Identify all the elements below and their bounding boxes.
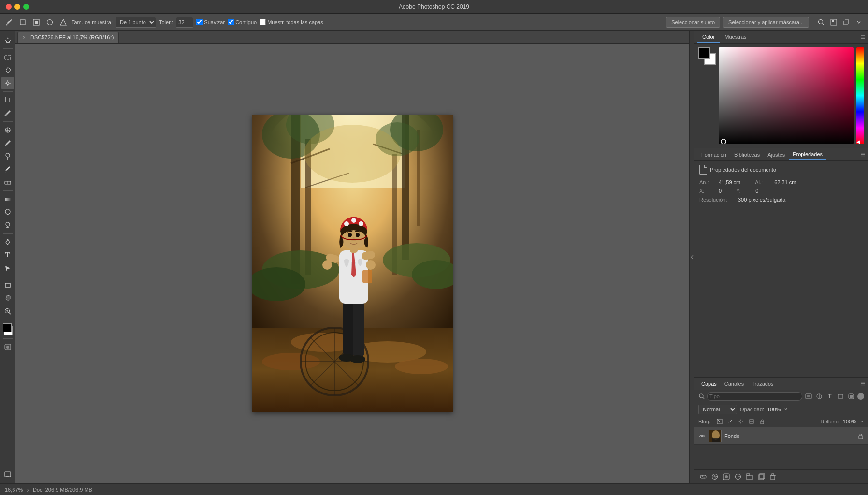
contiguous-checkbox[interactable]: Contiguo: [228, 19, 257, 25]
dodge-tool[interactable]: [1, 219, 14, 232]
tool-options-icon3[interactable]: [44, 17, 55, 28]
tab-color[interactable]: Color: [697, 32, 720, 43]
lock-all-icon[interactable]: [758, 418, 766, 425]
svg-rect-93: [719, 47, 854, 144]
layer-item-fondo[interactable]: Fondo: [694, 427, 868, 445]
add-mask-icon[interactable]: [722, 472, 731, 481]
svg-marker-111: [738, 421, 740, 422]
link-layers-icon[interactable]: [698, 472, 708, 481]
sample-size-select[interactable]: De 1 punto: [116, 17, 156, 28]
filter-smart-icon[interactable]: [847, 392, 855, 401]
tab-propiedades[interactable]: Propiedades: [789, 149, 826, 160]
chevron-down-icon[interactable]: [854, 17, 864, 28]
filter-toggle[interactable]: [857, 393, 864, 400]
new-layer-icon[interactable]: [756, 472, 766, 481]
eyedropper-tool-icon[interactable]: [4, 17, 14, 28]
expand-icon[interactable]: [841, 17, 852, 28]
history-brush-tool[interactable]: [1, 163, 14, 175]
layer-visibility-icon[interactable]: [698, 432, 706, 440]
tool-options-icon2[interactable]: [31, 17, 42, 28]
tab-ajustes[interactable]: Ajustes: [764, 150, 789, 160]
gradient-tool[interactable]: [1, 193, 14, 205]
lock-move-icon[interactable]: [737, 418, 745, 425]
hand-tool[interactable]: [1, 292, 14, 305]
screen-mode-tool[interactable]: [1, 468, 14, 480]
toolbar: Tam. de muestra: De 1 punto Toler.: Suav…: [0, 14, 868, 31]
lock-artboard-icon[interactable]: [748, 418, 755, 425]
filter-type-icon[interactable]: [804, 392, 813, 401]
new-group-icon[interactable]: [745, 472, 754, 481]
opacity-value[interactable]: 100%: [767, 407, 781, 412]
search-icon[interactable]: [816, 17, 826, 28]
hue-bar[interactable]: [856, 47, 864, 144]
tab-canales[interactable]: Canales: [721, 379, 748, 389]
healing-brush-tool[interactable]: [1, 124, 14, 136]
lock-brush-icon[interactable]: [726, 418, 734, 425]
document-tab[interactable]: × _DSC5726.NEF al 16,7% (RGB/16*): [17, 32, 119, 43]
layers-mode-row: Normal Opacidad: 100%: [694, 403, 868, 416]
color-gradient-picker[interactable]: [719, 47, 854, 144]
foreground-swatch[interactable]: [698, 47, 710, 59]
statusbar: 16,67% › Doc: 206,9 MB/206,9 MB: [0, 483, 868, 495]
path-selection-tool[interactable]: [1, 262, 14, 275]
tab-bibliotecas[interactable]: Bibliotecas: [730, 150, 764, 160]
new-fill-adjustment-icon[interactable]: [733, 472, 743, 481]
zoom-tool[interactable]: [1, 305, 14, 318]
eraser-tool[interactable]: [1, 176, 14, 189]
crop-tool[interactable]: [1, 94, 14, 106]
smooth-checkbox[interactable]: Suavizar: [196, 19, 225, 25]
layers-panel-menu-icon[interactable]: ≡: [861, 379, 865, 388]
close-button[interactable]: [6, 4, 12, 10]
move-tool[interactable]: [1, 34, 14, 46]
all-layers-checkbox[interactable]: Muestr. todas las capas: [260, 19, 323, 25]
quick-mask-tool[interactable]: [1, 341, 14, 353]
rectangular-marquee-tool[interactable]: [1, 51, 14, 63]
fill-chevron-icon[interactable]: [859, 419, 864, 424]
tab-capas[interactable]: Capas: [697, 379, 721, 389]
workspace-icon[interactable]: [828, 17, 839, 28]
select-mask-button[interactable]: Seleccionar y aplicar máscara...: [723, 17, 809, 28]
filter-adjustment-icon[interactable]: [815, 392, 824, 401]
type-tool[interactable]: T: [1, 249, 14, 262]
add-layer-style-icon[interactable]: fx: [710, 472, 720, 481]
svg-line-98: [703, 397, 704, 399]
panel-collapse-handle[interactable]: [689, 31, 694, 483]
filter-text-icon[interactable]: T: [825, 392, 834, 401]
svg-rect-1: [20, 20, 25, 25]
filter-shape-icon[interactable]: [836, 392, 845, 401]
tolerance-input[interactable]: [176, 17, 193, 28]
status-arrow[interactable]: ›: [27, 486, 29, 494]
rectangle-shape-tool[interactable]: [1, 279, 14, 291]
magic-wand-tool[interactable]: [1, 77, 14, 89]
tab-trazados[interactable]: Trazados: [748, 379, 777, 389]
main-layout: T: [0, 31, 868, 483]
minimize-button[interactable]: [14, 4, 20, 10]
fill-value[interactable]: 100%: [843, 419, 856, 424]
select-subject-button[interactable]: Seleccionar sujeto: [666, 17, 720, 28]
brush-tool[interactable]: [1, 137, 14, 149]
lock-transparent-icon[interactable]: [716, 418, 723, 425]
tool-options-icon[interactable]: [17, 17, 28, 28]
foreground-background-swatch[interactable]: [698, 47, 716, 65]
tab-muestras[interactable]: Muestras: [720, 32, 751, 43]
canvas-wrapper[interactable]: [15, 44, 689, 483]
blend-mode-select[interactable]: Normal: [698, 405, 737, 414]
delete-layer-icon[interactable]: [768, 472, 778, 481]
doc-tab-close[interactable]: ×: [23, 35, 26, 40]
layer-lock-icon: [857, 433, 864, 439]
lasso-tool[interactable]: [1, 64, 14, 76]
tool-options-icon4[interactable]: [58, 17, 69, 28]
eyedropper-tool[interactable]: [1, 107, 14, 119]
properties-panel-menu-icon[interactable]: ≡: [861, 150, 865, 159]
tab-formacion[interactable]: Formación: [697, 150, 730, 160]
opacity-chevron-icon[interactable]: [783, 407, 788, 412]
maximize-button[interactable]: [23, 4, 29, 10]
clone-stamp-tool[interactable]: [1, 150, 14, 162]
blur-tool[interactable]: [1, 206, 14, 218]
layers-search-input[interactable]: [707, 392, 802, 401]
svg-point-85: [356, 233, 360, 237]
canvas-area: × _DSC5726.NEF al 16,7% (RGB/16*): [15, 31, 689, 483]
color-panel-menu-icon[interactable]: ≡: [861, 33, 865, 42]
pen-tool[interactable]: [1, 236, 14, 248]
foreground-background-colors[interactable]: [1, 322, 14, 336]
